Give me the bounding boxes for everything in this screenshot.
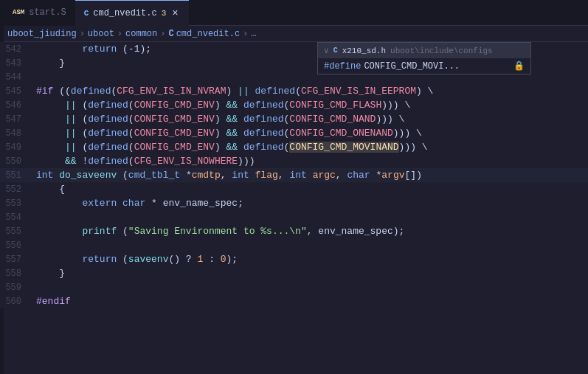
line-content-555: printf ("Saving Environment to %s...\n",… — [33, 226, 588, 237]
breadcrumb-part-4: Ccmd_nvedit.c — [168, 29, 240, 39]
tab-start[interactable]: ASM start.S — [4, 0, 75, 26]
line-554: 554 — [0, 210, 588, 224]
line-548: 548 || (defined(CONFIG_CMD_ENV) && defin… — [0, 126, 588, 140]
line-content-558: } — [33, 268, 588, 279]
ac-collapse-icon: ∨ — [324, 46, 329, 55]
tab-badge: 3 — [162, 9, 167, 18]
line-547: 547 || (defined(CONFIG_CMD_ENV) && defin… — [0, 112, 588, 126]
line-num-554: 554 — [0, 212, 33, 223]
line-num-558: 558 — [0, 269, 33, 279]
tab-icon-start: ASM — [13, 9, 24, 16]
ac-header: ∨ C x210_sd.h uboot\include\configs — [318, 43, 530, 58]
line-content-560: #endif — [33, 296, 588, 307]
breadcrumb-part-1: uboot_jiuding — [7, 29, 77, 39]
line-558: 558 } — [0, 266, 588, 280]
autocomplete-popup[interactable]: ∨ C x210_sd.h uboot\include\configs #def… — [317, 42, 531, 75]
line-550: 550 && !defined(CFG_ENV_IS_NOWHERE))) — [0, 154, 588, 168]
line-559: 559 — [0, 280, 588, 294]
breadcrumb: uboot_jiuding › uboot › common › Ccmd_nv… — [0, 26, 588, 42]
line-content-545: #if ((defined(CFG_ENV_IS_IN_NVRAM) || de… — [33, 86, 588, 97]
line-num-557: 557 — [0, 254, 33, 265]
breadcrumb-sep-4: › — [243, 29, 248, 39]
ac-filepath: uboot\include\configs — [390, 46, 493, 55]
line-num-555: 555 — [0, 226, 33, 237]
line-num-543: 543 — [0, 58, 33, 69]
line-553: 553 extern char * env_name_spec; — [0, 196, 588, 210]
line-num-556: 556 — [0, 240, 33, 251]
line-content-550: && !defined(CFG_ENV_IS_NOWHERE))) — [33, 156, 588, 167]
line-num-545: 545 — [0, 86, 33, 97]
line-num-549: 549 — [0, 142, 33, 153]
line-545: 545 #if ((defined(CFG_ENV_IS_IN_NVRAM) |… — [0, 84, 588, 98]
line-content-553: extern char * env_name_spec; — [33, 198, 588, 209]
ac-filename: x210_sd.h — [342, 46, 386, 55]
breadcrumb-sep-3: › — [160, 29, 165, 39]
line-num-559: 559 — [0, 283, 33, 293]
tab-cmd-nvedit[interactable]: C cmd_nvedit.c 3 × — [75, 0, 189, 26]
line-560: 560 #endif — [0, 294, 588, 308]
line-551: 551 int do_saveenv (cmd_tbl_t *cmdtp, in… — [0, 168, 588, 182]
line-content-549: || (defined(CONFIG_CMD_ENV) && defined(C… — [33, 142, 588, 153]
line-546: 546 || (defined(CONFIG_CMD_ENV) && defin… — [0, 98, 588, 112]
ac-file-icon: C — [333, 46, 338, 55]
tab-label-start: start.S — [29, 7, 66, 18]
line-num-546: 546 — [0, 100, 33, 111]
line-num-548: 548 — [0, 128, 33, 139]
editor: ∨ C x210_sd.h uboot\include\configs #def… — [0, 42, 588, 308]
ac-lock-icon: 🔒 — [513, 60, 525, 72]
breadcrumb-sep-1: › — [80, 29, 85, 39]
ac-item[interactable]: #define CONFIG_CMD_MOVI... 🔒 — [318, 58, 530, 74]
line-549: 549 || (defined(CONFIG_CMD_ENV) && defin… — [0, 140, 588, 154]
line-num-553: 553 — [0, 198, 33, 209]
tab-icon-c: C — [84, 9, 89, 18]
ac-hash-symbol: #define — [324, 61, 361, 72]
line-num-544: 544 — [0, 72, 33, 83]
ac-macro-name: CONFIG_CMD_MOVI... — [364, 61, 460, 72]
line-content-557: return (saveenv() ? 1 : 0); — [33, 254, 588, 265]
line-content-547: || (defined(CONFIG_CMD_ENV) && defined(C… — [33, 114, 588, 125]
tab-bar: ASM start.S C cmd_nvedit.c 3 × — [0, 0, 588, 26]
line-556: 556 — [0, 238, 588, 252]
line-num-551: 551 — [0, 170, 33, 181]
line-num-547: 547 — [0, 114, 33, 125]
line-content-552: { — [33, 184, 588, 195]
line-num-542: 542 — [0, 44, 33, 55]
line-content-546: || (defined(CONFIG_CMD_ENV) && defined(C… — [33, 100, 588, 111]
line-num-550: 550 — [0, 156, 33, 167]
line-552: 552 { — [0, 182, 588, 196]
tab-close-icon[interactable]: × — [170, 8, 179, 18]
breadcrumb-part-5: … — [251, 29, 256, 39]
line-content-548: || (defined(CONFIG_CMD_ENV) && defined(C… — [33, 128, 588, 139]
tab-label-cmd: cmd_nvedit.c — [93, 8, 156, 18]
breadcrumb-part-2: uboot — [88, 29, 114, 39]
line-num-560: 560 — [0, 297, 33, 307]
line-557: 557 return (saveenv() ? 1 : 0); — [0, 252, 588, 266]
line-555: 555 printf ("Saving Environment to %s...… — [0, 224, 588, 238]
line-content-551: int do_saveenv (cmd_tbl_t *cmdtp, int fl… — [33, 170, 588, 181]
breadcrumb-sep-2: › — [117, 29, 122, 39]
breadcrumb-part-3: common — [125, 29, 157, 39]
line-num-552: 552 — [0, 184, 33, 195]
